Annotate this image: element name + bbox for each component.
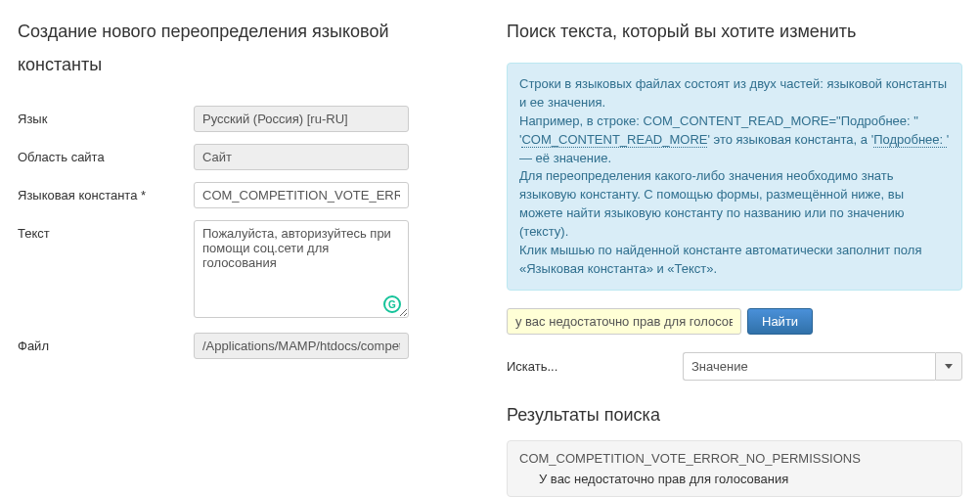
location-input: [194, 144, 409, 170]
info-line4: Клик мышью по найденной константе автома…: [519, 243, 921, 276]
chevron-down-icon[interactable]: [935, 352, 962, 381]
info-line2a: Например, в строке: COM_CONTENT_READ_MOR…: [519, 113, 918, 128]
text-textarea[interactable]: Пожалуйста, авторизуйтесь при помощи соц…: [194, 220, 409, 318]
select-value[interactable]: Значение: [683, 352, 935, 381]
language-input: [194, 106, 409, 132]
right-heading: Поиск текста, который вы хотите изменить: [507, 15, 962, 48]
search-type-select[interactable]: Значение: [683, 352, 962, 381]
label-location: Область сайта: [18, 144, 194, 164]
info-mid: ' это языковая константа, а ': [707, 132, 873, 147]
label-constant: Языковая константа *: [18, 182, 194, 203]
search-button[interactable]: Найти: [747, 308, 813, 335]
left-heading: Создание нового переопределения языковой…: [18, 15, 477, 81]
result-const: COM_COMPETITION_VOTE_ERROR_NO_PERMISSION…: [519, 451, 950, 466]
info-line1: Строки в языковых файлах состоят из двух…: [519, 76, 947, 110]
info-const-ex: COM_CONTENT_READ_MORE: [521, 132, 707, 148]
results-heading: Результаты поиска: [507, 405, 962, 426]
constant-input[interactable]: [194, 182, 409, 208]
select-label: Искать...: [507, 359, 683, 374]
label-language: Язык: [18, 106, 194, 126]
label-text: Текст: [18, 220, 194, 241]
info-line3: Для переопределения какого-либо значения…: [519, 168, 905, 239]
info-val-ex: Подробнее:: [873, 132, 947, 148]
file-input: [194, 333, 409, 359]
label-file: Файл: [18, 333, 194, 353]
search-input[interactable]: [507, 308, 741, 335]
result-item[interactable]: COM_COMPETITION_VOTE_ERROR_NO_PERMISSION…: [507, 440, 962, 497]
info-alert: Строки в языковых файлах состоят из двух…: [507, 63, 962, 291]
result-value: У вас недостаточно прав для голосования: [519, 472, 950, 486]
